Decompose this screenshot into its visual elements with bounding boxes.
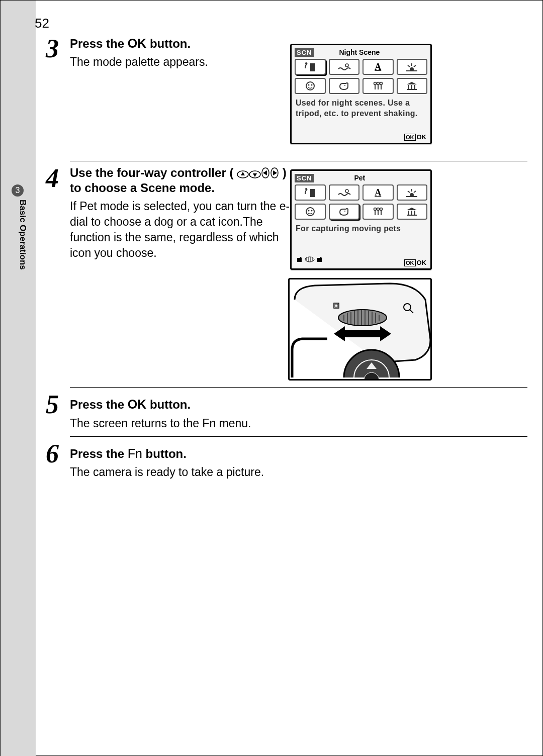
heading-post: button. bbox=[142, 447, 187, 460]
svg-line-36 bbox=[408, 191, 410, 193]
divider bbox=[70, 436, 527, 437]
heading-post: button. bbox=[146, 398, 191, 411]
section-number-badge: 3 bbox=[12, 184, 24, 197]
svg-rect-28 bbox=[411, 85, 412, 89]
section-title: Basic Operations bbox=[18, 200, 28, 270]
svg-marker-1 bbox=[241, 172, 245, 175]
step-body-text: The camera is ready to take a picture. bbox=[70, 464, 527, 480]
svg-marker-3 bbox=[253, 173, 257, 177]
svg-point-43 bbox=[374, 208, 376, 211]
lcd-screen-pet: SCN Pet A For capturing moving pets OKOK bbox=[290, 169, 432, 270]
step-body-text: The screen returns to the Fn menu. bbox=[70, 416, 527, 431]
mode-candle-icon bbox=[363, 204, 394, 220]
mode-swim-icon bbox=[329, 59, 360, 75]
svg-marker-26 bbox=[407, 82, 417, 84]
ok-text: OK bbox=[417, 259, 427, 266]
page-number: 52 bbox=[35, 16, 49, 31]
svg-rect-51 bbox=[411, 211, 412, 215]
scene-title: Pet bbox=[354, 174, 365, 182]
svg-point-22 bbox=[377, 82, 379, 85]
step-body-text: If Pet mode is selected, you can turn th… bbox=[70, 199, 301, 261]
page-frame: 52 3 Basic Operations 3 Press the OK but… bbox=[0, 0, 543, 756]
svg-point-33 bbox=[345, 190, 348, 193]
svg-rect-31 bbox=[310, 189, 315, 197]
svg-rect-8 bbox=[310, 63, 315, 71]
step-number: 6 bbox=[46, 441, 70, 480]
svg-marker-7 bbox=[273, 170, 277, 175]
svg-marker-49 bbox=[407, 208, 417, 210]
step-heading: Press the OK button. bbox=[70, 397, 527, 412]
mode-swim-icon bbox=[329, 184, 360, 201]
svg-point-17 bbox=[308, 84, 309, 86]
svg-marker-5 bbox=[263, 170, 267, 175]
scene-title: Night Scene bbox=[339, 48, 380, 56]
step-5: 5 Press the OK button. The screen return… bbox=[46, 392, 527, 431]
scn-indicator: SCN bbox=[295, 174, 314, 182]
ok-box-icon: OK bbox=[404, 259, 416, 266]
ok-box-icon: OK bbox=[404, 134, 416, 141]
svg-point-18 bbox=[311, 84, 312, 86]
mode-museum-icon bbox=[397, 204, 428, 220]
scene-description: For capturing moving pets bbox=[295, 223, 427, 234]
svg-rect-27 bbox=[408, 85, 409, 89]
ok-button-label: OK bbox=[128, 36, 147, 50]
svg-point-45 bbox=[377, 208, 379, 211]
svg-point-9 bbox=[305, 62, 307, 64]
svg-point-10 bbox=[345, 64, 348, 67]
mode-pet-icon bbox=[329, 204, 360, 220]
svg-line-13 bbox=[408, 65, 410, 67]
scn-indicator: SCN bbox=[295, 48, 314, 57]
svg-point-16 bbox=[306, 82, 314, 90]
mode-candle-icon bbox=[363, 78, 394, 94]
mode-pet-icon bbox=[329, 78, 360, 94]
step-6: 6 Press the Fn button. The camera is rea… bbox=[46, 441, 527, 480]
step-3: 3 Press the OK button. The mode palette … bbox=[46, 36, 527, 70]
mode-sunset-icon bbox=[397, 184, 428, 201]
svg-point-40 bbox=[308, 210, 309, 212]
ok-button-label: OK bbox=[128, 397, 147, 411]
mode-palette: A bbox=[295, 59, 427, 94]
divider bbox=[70, 161, 527, 161]
heading-pre: Press the bbox=[70, 447, 128, 460]
ok-text: OK bbox=[417, 133, 427, 141]
mode-sunset-icon bbox=[397, 59, 428, 75]
scene-description: Used for night scenes. Use a tripod, etc… bbox=[295, 97, 427, 119]
heading-pre: Use the four-way controller ( bbox=[70, 166, 233, 179]
fn-button-label: Fn bbox=[128, 446, 142, 460]
mode-kid-icon bbox=[295, 78, 326, 94]
mode-text-icon: A bbox=[363, 184, 394, 201]
e-dial-illustration bbox=[288, 278, 432, 381]
ok-indicator: OKOK bbox=[404, 259, 426, 266]
svg-point-42 bbox=[344, 211, 345, 212]
heading-pre: Press the bbox=[70, 398, 128, 411]
heading-post: button. bbox=[146, 37, 191, 50]
step-number: 4 bbox=[46, 165, 70, 261]
svg-rect-50 bbox=[408, 211, 409, 215]
svg-point-20 bbox=[374, 82, 376, 85]
svg-rect-29 bbox=[414, 85, 415, 89]
svg-point-24 bbox=[380, 82, 382, 85]
step-number: 3 bbox=[46, 36, 70, 70]
mode-museum-icon bbox=[397, 78, 428, 94]
svg-rect-52 bbox=[414, 211, 415, 215]
svg-point-47 bbox=[380, 208, 382, 211]
svg-point-19 bbox=[344, 85, 345, 86]
svg-rect-53 bbox=[407, 215, 417, 216]
step-heading: Press the OK button. bbox=[70, 36, 301, 51]
pet-variant-icons bbox=[296, 255, 326, 265]
svg-point-63 bbox=[338, 310, 387, 326]
lcd-screen-night-scene: SCN Night Scene A Used for night scenes.… bbox=[290, 44, 432, 144]
svg-point-41 bbox=[311, 210, 312, 212]
step-number: 5 bbox=[46, 392, 70, 431]
ok-indicator: OKOK bbox=[404, 133, 426, 141]
svg-point-39 bbox=[306, 208, 314, 216]
mode-night-building-icon bbox=[295, 59, 326, 75]
step-body-text: The mode palette appears. bbox=[70, 54, 301, 70]
page-content: 3 Press the OK button. The mode palette … bbox=[46, 36, 527, 483]
svg-line-14 bbox=[414, 65, 416, 67]
side-margin bbox=[1, 1, 36, 756]
divider bbox=[70, 387, 527, 388]
step-4: 4 Use the four-way controller ( ) to cho… bbox=[46, 165, 527, 261]
svg-point-32 bbox=[305, 188, 307, 190]
svg-rect-30 bbox=[407, 89, 417, 90]
